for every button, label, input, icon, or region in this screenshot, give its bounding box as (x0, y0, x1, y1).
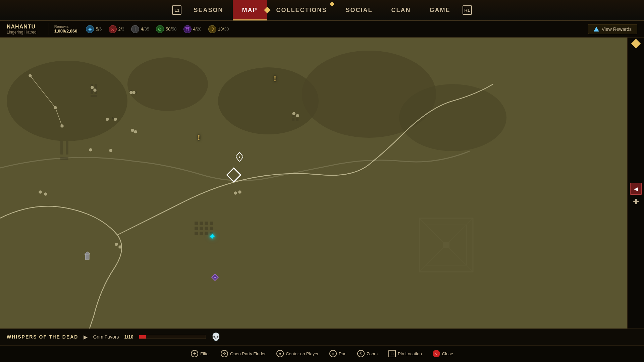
svg-point-49 (114, 118, 117, 121)
svg-rect-17 (205, 227, 208, 230)
svg-rect-35 (292, 118, 294, 121)
character-info: NAHANTU Lingering Hatred (7, 24, 37, 35)
right-panel: ◀ ✚ (627, 38, 644, 342)
svg-point-48 (106, 118, 109, 121)
map-container[interactable]: ! ! ▲ ✦ ✦ (0, 38, 627, 342)
map-label: MAP (242, 7, 258, 14)
svg-point-46 (131, 129, 134, 132)
svg-point-54 (39, 191, 42, 193)
svg-point-5 (399, 84, 506, 151)
control-close[interactable]: ○ Close (433, 350, 453, 357)
favor-progress-bar (139, 335, 206, 339)
svg-point-32 (135, 92, 137, 94)
stat-bosses: ⚔ 2/3 (109, 25, 124, 33)
boss-icon: ⚔ (109, 25, 117, 33)
arrow-right-icon: ▶ (84, 334, 88, 340)
svg-point-51 (109, 149, 112, 152)
map-navigate-left[interactable]: ◀ (630, 183, 642, 195)
stat-dungeons: ◈ 5/6 (86, 25, 102, 33)
control-center: ● Center on Player (276, 350, 319, 357)
zoom-icon: ® (357, 350, 365, 357)
renown-value: 1,000/2,860 (54, 28, 77, 34)
info-bar: NAHANTU Lingering Hatred Renown: 1,000/2… (0, 21, 644, 38)
stronghold-icon: ⚙ (156, 25, 164, 33)
control-party-finder: ✛ Open Party Finder (221, 350, 266, 357)
close-label: Close (442, 351, 453, 356)
svg-rect-11 (91, 95, 97, 97)
favor-count: 1/10 (124, 334, 133, 340)
svg-rect-7 (66, 141, 68, 155)
svg-point-59 (296, 114, 299, 117)
party-finder-icon: ✛ (221, 350, 228, 357)
view-rewards-button[interactable]: View Rewards (588, 24, 637, 34)
npc-marker[interactable]: ▲ (236, 152, 243, 163)
event-icon: ! (131, 25, 139, 33)
close-icon: ○ (433, 350, 440, 357)
stat-strongholds: ⚙ 58/58 (156, 25, 177, 33)
pin-label: Pin Location (398, 351, 422, 356)
exclamation-marker-1[interactable]: ! (274, 74, 276, 83)
svg-rect-8 (60, 157, 68, 160)
nav-clan[interactable]: CLAN (382, 0, 420, 20)
skull-icon[interactable]: 💀 (211, 333, 220, 341)
collectible-marker[interactable]: ✦ (211, 273, 219, 283)
svg-text:▲: ▲ (238, 155, 241, 159)
svg-rect-21 (210, 222, 213, 225)
svg-point-58 (292, 112, 295, 115)
svg-point-53 (238, 191, 241, 193)
control-filter: + Filter (191, 350, 210, 357)
nav-collections[interactable]: COLLECTIONS (267, 0, 336, 20)
stat-events: ! 4/35 (131, 25, 149, 33)
control-pin: □ Pin Location (388, 350, 422, 357)
svg-point-50 (89, 148, 92, 151)
nav-map[interactable]: MAP (233, 0, 267, 20)
dungeon-icon: ◈ (86, 25, 94, 33)
triangle-icon (594, 27, 599, 32)
favor-bar-fill (139, 335, 146, 339)
svg-rect-64 (85, 254, 89, 260)
stat-cellars: ☽ 13/30 (208, 25, 229, 33)
l1-badge[interactable]: L1 (172, 5, 181, 15)
svg-rect-19 (200, 232, 203, 235)
svg-point-57 (119, 246, 121, 248)
exclamation-marker-2[interactable]: ! (198, 133, 200, 142)
svg-rect-36 (296, 118, 299, 121)
glyph-marker[interactable]: ✦ (208, 231, 216, 242)
svg-rect-14 (205, 222, 208, 225)
pan-label: Pan (339, 351, 346, 356)
dungeon-count: 5/6 (96, 26, 102, 32)
svg-point-56 (115, 243, 118, 246)
svg-point-44 (130, 91, 132, 94)
pin-icon: □ (388, 350, 396, 357)
collections-label: COLLECTIONS (276, 7, 327, 14)
stat-waypoints: ⛩ 4/20 (183, 25, 202, 33)
filter-label: Filter (200, 351, 210, 356)
svg-point-43 (94, 89, 96, 92)
event-count: 4/35 (141, 26, 149, 32)
whispers-bar: WHISPERS OF THE DEAD ▶ Grim Favors 1/10 … (0, 329, 644, 346)
svg-point-45 (132, 91, 135, 94)
nav-game[interactable]: GAME (420, 0, 460, 20)
r1-badge[interactable]: R1 (463, 5, 472, 15)
cellar-count: 13/30 (218, 26, 229, 32)
cellar-icon: ☽ (208, 25, 216, 33)
control-pan: ○ Pan (329, 350, 346, 357)
nav-season[interactable]: SEASON (184, 0, 232, 20)
svg-point-2 (127, 57, 208, 111)
svg-point-55 (44, 193, 47, 195)
boss-count: 2/3 (118, 26, 124, 32)
svg-rect-13 (200, 222, 203, 225)
nav-social[interactable]: SOCIAL (336, 0, 382, 20)
divider (49, 23, 49, 35)
svg-text:✦: ✦ (214, 276, 216, 279)
tower-marker-1[interactable] (84, 252, 90, 261)
svg-rect-18 (195, 232, 198, 235)
svg-rect-12 (195, 222, 198, 225)
player-diamond (226, 167, 241, 182)
controls-bar: + Filter ✛ Open Party Finder ● Center on… (0, 346, 644, 362)
svg-point-52 (234, 192, 237, 194)
map-cross[interactable]: ✚ (633, 197, 639, 206)
control-zoom: ® Zoom (357, 350, 378, 357)
right-panel-diamond[interactable] (631, 39, 641, 48)
waypoint-count: 4/20 (193, 26, 202, 32)
